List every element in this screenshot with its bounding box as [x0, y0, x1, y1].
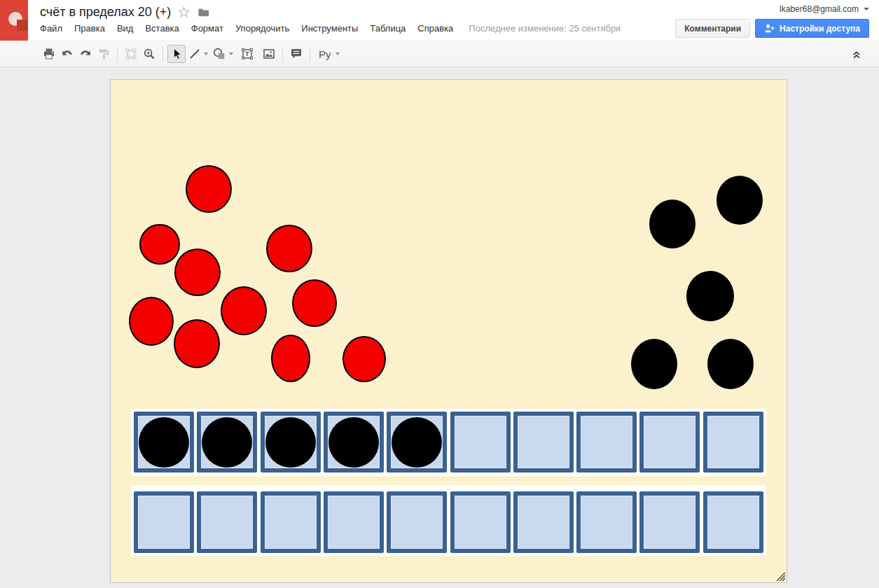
text-box-icon: T — [240, 47, 254, 61]
zoom-icon — [142, 47, 156, 61]
grid-cell[interactable] — [261, 491, 321, 553]
toolbar: T Ру — [0, 41, 879, 67]
print-icon — [42, 47, 56, 61]
drawings-logo[interactable] — [0, 0, 28, 41]
grid-cell[interactable] — [450, 412, 511, 472]
grid-cell[interactable] — [576, 491, 637, 553]
menu-table[interactable]: Таблица — [370, 23, 406, 34]
red-circle[interactable] — [271, 335, 310, 382]
last-edited-status[interactable]: Последнее изменение: 25 сентября — [469, 23, 621, 34]
title-row: счёт в пределах 20 (+) — [40, 5, 621, 20]
menu-edit[interactable]: Правка — [74, 23, 105, 34]
toolbar-separator — [162, 46, 163, 62]
star-icon[interactable] — [177, 6, 191, 19]
grid-cell[interactable] — [134, 491, 194, 553]
select-arrow-icon — [169, 47, 184, 61]
print-button[interactable] — [40, 45, 58, 63]
paint-format-icon — [97, 47, 111, 61]
black-circle[interactable] — [631, 339, 677, 389]
redo-button[interactable] — [76, 45, 95, 63]
red-circle[interactable] — [186, 165, 232, 213]
black-circle[interactable] — [686, 271, 734, 321]
red-circle[interactable] — [129, 297, 174, 346]
input-tools-label: Ру — [319, 48, 331, 60]
redo-icon — [78, 47, 92, 61]
paint-format-button[interactable] — [95, 45, 113, 63]
text-box-button[interactable]: T — [238, 45, 256, 63]
counter-dot[interactable] — [139, 417, 189, 468]
menu-file[interactable]: Файл — [40, 23, 62, 34]
input-tools-caret-icon — [335, 52, 340, 55]
menu-view[interactable]: Вид — [117, 23, 134, 34]
comments-button[interactable]: Комментарии — [675, 19, 750, 38]
comment-icon — [289, 47, 303, 61]
red-circle[interactable] — [292, 279, 337, 327]
menu-tools[interactable]: Инструменты — [301, 23, 358, 34]
grid-cell[interactable] — [513, 491, 574, 553]
canvas-resize-handle[interactable] — [774, 570, 786, 582]
undo-button[interactable] — [58, 45, 76, 63]
red-circle[interactable] — [174, 248, 221, 296]
grid-cell[interactable] — [639, 412, 700, 472]
undo-icon — [60, 47, 74, 61]
zoom-to-fit-button[interactable] — [122, 45, 140, 63]
red-circle[interactable] — [174, 319, 220, 368]
counter-dot[interactable] — [202, 417, 252, 468]
account-caret-icon — [864, 8, 869, 10]
menu-insert[interactable]: Вставка — [145, 23, 179, 34]
share-button-label: Настройки доступа — [780, 24, 860, 34]
counter-dot[interactable] — [265, 417, 316, 468]
header-left: счёт в пределах 20 (+) Файл Правка Вид В… — [40, 5, 621, 34]
red-circle[interactable] — [266, 225, 312, 272]
google-drawings-app: счёт в пределах 20 (+) Файл Правка Вид В… — [0, 0, 879, 588]
shape-icon — [212, 47, 227, 61]
drawing-canvas[interactable] — [110, 79, 787, 583]
grid-cell[interactable] — [576, 412, 637, 472]
red-circle[interactable] — [342, 336, 386, 382]
insert-image-button[interactable] — [260, 45, 278, 63]
counter-dot[interactable] — [328, 417, 379, 468]
grid-cell[interactable] — [197, 491, 257, 553]
menu-arrange[interactable]: Упорядочить — [235, 23, 289, 34]
grid-cell[interactable] — [324, 491, 384, 553]
input-tools-button[interactable]: Ру — [314, 45, 344, 63]
menubar: Файл Правка Вид Вставка Формат Упорядочи… — [40, 23, 621, 34]
share-person-icon — [764, 23, 775, 34]
shape-tool-button[interactable] — [210, 45, 235, 63]
collapse-toolbar-button[interactable] — [847, 46, 866, 64]
select-tool-button[interactable] — [167, 45, 186, 63]
header-actions: Комментарии Настройки доступа — [675, 19, 869, 38]
folder-icon[interactable] — [197, 6, 210, 18]
zoom-button[interactable] — [140, 45, 158, 63]
grid-cell[interactable] — [450, 491, 511, 553]
grid-cell[interactable] — [639, 491, 700, 553]
header-right: lkaber68@gmail.com Комментарии Настройки… — [675, 4, 869, 38]
collapse-chevrons-icon — [851, 49, 862, 60]
grid-cell[interactable] — [703, 491, 763, 553]
workspace — [0, 68, 879, 588]
account-menu[interactable]: lkaber68@gmail.com — [675, 4, 869, 14]
drawings-logo-icon — [0, 0, 28, 41]
red-circle[interactable] — [139, 224, 180, 265]
account-email: lkaber68@gmail.com — [780, 4, 859, 14]
red-circle[interactable] — [221, 286, 267, 335]
counter-dot[interactable] — [392, 417, 442, 468]
zoom-to-fit-icon — [124, 47, 138, 61]
toolbar-separator — [282, 46, 283, 62]
menu-format[interactable]: Формат — [191, 23, 223, 34]
grid-cell[interactable] — [703, 412, 763, 472]
black-circle[interactable] — [717, 176, 763, 225]
app-header: счёт в пределах 20 (+) Файл Правка Вид В… — [0, 0, 879, 41]
grid-cell[interactable] — [387, 491, 447, 553]
document-title[interactable]: счёт в пределах 20 (+) — [40, 5, 171, 20]
svg-text:T: T — [245, 50, 249, 57]
comment-button[interactable] — [287, 45, 305, 63]
black-circle[interactable] — [649, 200, 695, 248]
menu-help[interactable]: Справка — [417, 23, 453, 34]
black-circle[interactable] — [707, 339, 754, 389]
line-tool-button[interactable] — [186, 45, 210, 63]
toolbar-separator — [117, 46, 118, 62]
share-button[interactable]: Настройки доступа — [755, 19, 869, 38]
toolbar-separator — [310, 46, 310, 62]
grid-cell[interactable] — [513, 412, 574, 472]
